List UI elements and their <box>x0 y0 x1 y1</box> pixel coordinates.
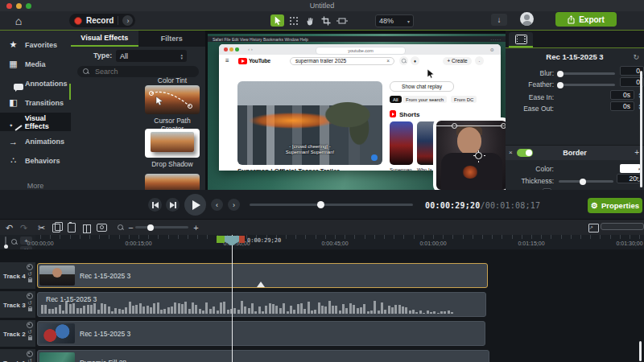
record-options-chevron[interactable]: › <box>122 15 133 26</box>
timeline-zoom-knob[interactable] <box>147 224 154 231</box>
sidebar-item-favorites[interactable]: ★Favorites <box>0 35 71 54</box>
add-effect-icon[interactable]: + <box>634 148 639 157</box>
selection-edge-top <box>433 125 506 126</box>
download-button[interactable]: ↓ <box>491 14 507 26</box>
tab-filters[interactable]: Filters <box>138 31 206 47</box>
track-magnet-icon[interactable]: ↺ <box>27 301 32 306</box>
export-button[interactable]: Export <box>555 12 617 27</box>
track-lock-icon[interactable] <box>28 279 32 282</box>
clip-dynamic-fill[interactable]: Dynamic Fill 28 <box>37 350 489 362</box>
playhead-in-handle[interactable] <box>217 236 225 243</box>
sidebar-item-animations[interactable]: →Animations <box>0 132 71 150</box>
type-dropdown[interactable]: All ▴▾ <box>116 50 187 62</box>
sidebar-item-transitions[interactable]: ◧Transitions <box>0 93 71 112</box>
step-back-button[interactable] <box>148 198 162 212</box>
cut-button[interactable]: ✂ <box>35 222 47 233</box>
crop-tool-button[interactable] <box>319 14 332 27</box>
home-icon[interactable]: ⌂ <box>11 14 26 27</box>
screenshot-button[interactable] <box>96 222 108 233</box>
track-height-knob[interactable] <box>4 245 8 249</box>
clip-screen-recording[interactable]: Rec 1-15-2025 3 <box>37 321 485 346</box>
previous-clip-button[interactable]: ‹ <box>211 199 223 211</box>
more-label[interactable]: More <box>0 182 71 190</box>
track-1-header[interactable]: Track 1 ↺ <box>0 349 35 362</box>
next-clip-button[interactable]: › <box>228 199 240 211</box>
select-tool-button[interactable] <box>270 14 284 27</box>
properties-panel: Rec 1-15-2025 3 ↻ Blur: 0 Feather: 0 Eas… <box>506 31 644 195</box>
scrubber-knob[interactable] <box>317 201 324 208</box>
track-magnet-icon[interactable]: ↺ <box>27 272 32 277</box>
pan-tool-button[interactable] <box>303 14 316 27</box>
track-magnet-icon[interactable]: ↺ <box>27 330 32 335</box>
scrubber[interactable] <box>250 204 413 206</box>
properties-scrollbar[interactable] <box>640 71 642 187</box>
shorts-logo-icon <box>390 110 396 117</box>
trim-icon <box>336 16 348 26</box>
sidebar-item-behaviors[interactable]: ∴Behaviors <box>0 151 71 170</box>
properties-toggle-button[interactable]: ⚙ Properties <box>588 198 642 213</box>
step-forward-button[interactable] <box>166 198 180 212</box>
timeline-ruler[interactable]: 0:00:00;00 0:00:15;00 0:00:30;00 0:00:45… <box>35 235 644 250</box>
selection-handle[interactable] <box>452 123 457 129</box>
playhead-out-handle[interactable] <box>239 236 245 243</box>
reset-icon[interactable]: ↻ <box>633 53 639 61</box>
playhead-line[interactable] <box>232 235 233 362</box>
redo-button[interactable]: ↷ <box>18 222 30 233</box>
clip-webcam[interactable]: Rec 1-15-2025 3 <box>37 263 488 288</box>
timeline-vertical-scrollbar[interactable] <box>639 341 642 361</box>
hand-icon <box>305 16 315 26</box>
track-4-header[interactable]: Track 4 ↺ <box>0 262 35 289</box>
undo-button[interactable]: ↶ <box>3 222 15 233</box>
ease-out-value[interactable]: 0s▴▾ <box>610 101 634 111</box>
webcam-overlay[interactable] <box>433 117 506 190</box>
account-avatar[interactable] <box>520 12 534 26</box>
transform-tool-button[interactable] <box>287 14 300 27</box>
track-visibility-icon[interactable] <box>27 322 33 328</box>
clip-audio[interactable]: Rec 1-15-2025 3 <box>37 292 486 317</box>
clip-marker[interactable] <box>257 282 265 287</box>
border-color-swatch[interactable]: ▾ <box>620 164 641 173</box>
record-button[interactable]: Record › <box>69 14 135 27</box>
feather-slider[interactable] <box>559 84 615 86</box>
thickness-slider[interactable] <box>559 180 613 183</box>
ease-in-value[interactable]: 0s▴▾ <box>610 90 634 100</box>
paste-button[interactable] <box>65 222 77 233</box>
blur-slider-knob[interactable] <box>557 71 564 77</box>
trim-tool-button[interactable] <box>335 14 349 27</box>
timeline-zoom-slider[interactable] <box>135 226 188 228</box>
track-visibility-icon[interactable] <box>27 293 33 299</box>
track-visibility-icon[interactable] <box>27 264 33 270</box>
effect-label-partial[interactable]: Color Tint <box>145 76 200 84</box>
effect-anchor-crosshair[interactable] <box>473 150 485 162</box>
thickness-slider-knob[interactable] <box>580 179 586 185</box>
play-button[interactable] <box>184 194 206 216</box>
tab-visual-effects[interactable]: Visual Effects <box>71 31 138 47</box>
timeline-horizontal-scrollbar[interactable] <box>601 223 644 230</box>
effect-thumb-cursor-path-creator[interactable] <box>145 85 200 114</box>
search-input[interactable] <box>93 67 185 76</box>
show-chat-replay-button: Show chat replay <box>390 81 454 92</box>
track-visibility-icon[interactable] <box>27 351 33 357</box>
sidebar-item-media[interactable]: ▦Media <box>0 55 71 73</box>
effect-thumb-drop-shadow[interactable] <box>145 129 200 158</box>
export-frame-button[interactable]: ↗ <box>588 222 600 233</box>
sidebar-item-label: Favorites <box>25 41 57 49</box>
sidebar-item-annotations[interactable]: Annotations <box>0 74 71 93</box>
effects-search[interactable] <box>77 66 199 77</box>
zoom-in-button[interactable]: + <box>190 222 202 233</box>
blur-slider[interactable] <box>559 72 615 75</box>
effect-label[interactable]: Drop Shadow <box>145 160 200 168</box>
feather-slider-knob[interactable] <box>557 82 564 88</box>
canvas-stage[interactable]: Safari File Edit View History Bookmarks … <box>205 31 506 190</box>
split-button[interactable] <box>80 222 93 233</box>
track-lock-icon[interactable] <box>28 308 32 311</box>
video-caption: - [crowd cheering] - Superman! Superman! <box>262 144 358 155</box>
media-properties-tab[interactable] <box>509 32 533 47</box>
canvas-zoom-dropdown[interactable]: 48% ▾ <box>375 14 414 27</box>
track-3-header[interactable]: Track 3 ↺ <box>0 291 35 318</box>
sidebar-item-visual-effects[interactable]: ✦Visual Effects <box>0 113 71 131</box>
track-2-header[interactable]: Track 2 ↺ <box>0 320 35 347</box>
track-magnet-icon[interactable]: ↺ <box>27 359 32 362</box>
track-lock-icon[interactable] <box>28 337 32 340</box>
copy-button[interactable] <box>50 222 62 233</box>
